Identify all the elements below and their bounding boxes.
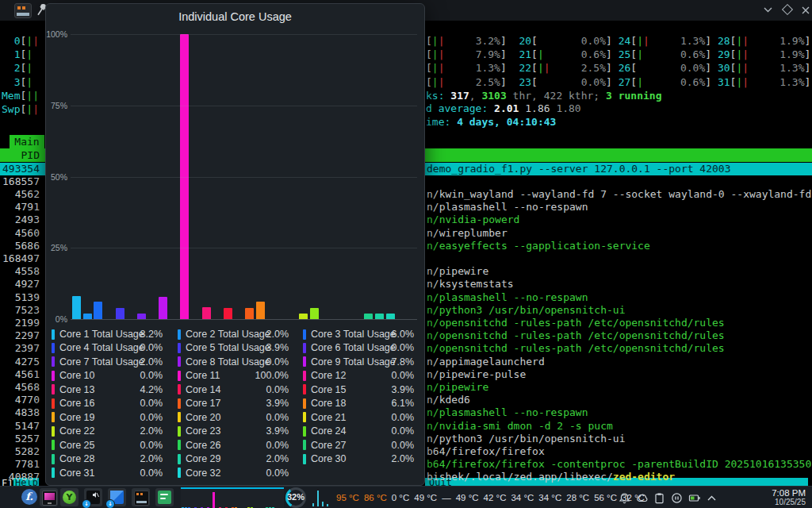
process-command[interactable]: n/easyeffects --gapplication-service xyxy=(427,240,650,252)
legend-color-chip xyxy=(303,440,306,450)
app-launcher-fedora-icon[interactable]: f. xyxy=(21,489,37,505)
process-pid[interactable]: 2397 xyxy=(0,342,40,355)
process-command[interactable]: n/opensnitchd -rules-path /etc/opensnitc… xyxy=(427,329,725,342)
diamond-icon[interactable] xyxy=(782,4,793,15)
process-command[interactable]: n/plasmashell --no-respawn xyxy=(427,291,588,304)
legend-color-chip xyxy=(52,356,55,367)
legend-value: 2.0% xyxy=(140,425,163,437)
taskbar-item-blue-app[interactable]: ↓ xyxy=(108,488,126,506)
legend-value: 3.9% xyxy=(266,397,289,410)
load-average-line: d average: 2.01 1.86 1.80 xyxy=(426,102,581,115)
process-command[interactable]: b64/firefox/firefox -contentproc -parent… xyxy=(427,458,812,471)
legend-value: 0.0% xyxy=(392,425,415,437)
process-pid[interactable]: 2199 xyxy=(0,317,40,329)
legend-entry: Core 190.0% xyxy=(52,411,163,424)
process-command[interactable]: n/plasmashell --no-respawn xyxy=(427,406,588,419)
process-command[interactable]: n/pipewire xyxy=(427,381,488,394)
chart-gridline xyxy=(71,319,417,320)
muted-speaker-icon xyxy=(92,491,99,498)
chevron-down-icon[interactable] xyxy=(764,7,772,13)
taskbar-item-terminal[interactable] xyxy=(132,488,150,506)
process-pid[interactable]: 2493 xyxy=(0,214,40,226)
process-pid[interactable]: 5686 xyxy=(0,240,40,252)
process-pid[interactable]: 5282 xyxy=(0,445,40,458)
process-pid[interactable]: 4560 xyxy=(0,227,40,240)
legend-value: 8.2% xyxy=(140,328,163,341)
clipboard-icon[interactable] xyxy=(653,492,665,504)
cpu-gauge[interactable]: 32% xyxy=(285,487,306,508)
process-pid[interactable]: 4770 xyxy=(0,394,40,406)
process-pid[interactable]: 40887 xyxy=(0,471,40,483)
close-icon[interactable] xyxy=(802,6,810,14)
legend-value: 0.0% xyxy=(392,439,415,452)
process-pid[interactable]: 168497 xyxy=(0,252,40,265)
legend-color-chip xyxy=(52,371,55,381)
process-command[interactable]: n/nvidia-powerd xyxy=(427,214,519,226)
process-pid[interactable]: 4791 xyxy=(0,201,40,214)
legend-label: Core 1 Total Usage xyxy=(59,328,144,341)
legend-color-chip xyxy=(178,398,181,409)
process-pid[interactable]: 5257 xyxy=(0,433,40,445)
process-command[interactable]: n/python3 /usr/bin/opensnitch-ui xyxy=(427,433,625,445)
process-pid[interactable]: 4927 xyxy=(0,278,40,291)
process-pid[interactable]: 4562 xyxy=(0,188,40,201)
taskbar-item-recorder-muted[interactable]: ↓ xyxy=(84,488,102,506)
process-command[interactable]: n/plasmashell --no-respawn xyxy=(427,201,588,214)
process-pid[interactable]: 4568 xyxy=(0,381,40,394)
process-pid[interactable]: 4275 xyxy=(0,356,40,368)
process-command[interactable]: n/kded6 xyxy=(427,394,470,406)
taskbar-item-greenwithenvy[interactable]: Y xyxy=(60,488,79,506)
legend-label: Core 3 Total Usage xyxy=(311,328,396,341)
legend-color-chip xyxy=(303,343,306,353)
cloud-icon[interactable] xyxy=(636,492,648,504)
legend-entry: Core 120.0% xyxy=(303,369,414,382)
process-pid[interactable]: 4561 xyxy=(0,368,40,381)
legend-value: 0.0% xyxy=(140,341,163,354)
cpu-meter-left: 3[| xyxy=(2,76,33,89)
clock[interactable]: 7:08 PM 10/25/25 xyxy=(772,488,806,507)
taskbar-item-system-monitor[interactable] xyxy=(40,488,58,506)
process-pid[interactable]: 2297 xyxy=(0,329,40,342)
legend-entry: Core 153.9% xyxy=(303,383,414,396)
pause-icon[interactable] xyxy=(671,492,683,504)
bell-icon[interactable] xyxy=(619,492,630,504)
caret-up-icon[interactable] xyxy=(707,495,717,502)
process-pid[interactable]: 4558 xyxy=(0,265,40,278)
htop-tab-main[interactable]: Main xyxy=(10,135,44,148)
battery-icon[interactable] xyxy=(688,492,701,504)
process-pid[interactable]: 5139 xyxy=(0,291,40,304)
cpu-meter-left: 1[| xyxy=(2,48,33,61)
process-command[interactable]: n/kwin_wayland --wayland-fd 7 --socket w… xyxy=(427,188,812,201)
process-command[interactable]: n/ksystemstats xyxy=(427,278,514,291)
core-usage-window[interactable]: Individual Core Usage Core 1 Total Usage… xyxy=(45,3,425,486)
legend-entry: Core 310.0% xyxy=(52,467,163,479)
process-command[interactable]: bishek/.local/zed.app/libexec/zed-editor xyxy=(427,471,675,483)
process-command[interactable]: n/wireplumber xyxy=(427,227,508,240)
process-command[interactable]: b64/firefox/firefox xyxy=(427,445,545,458)
process-command[interactable]: n/pipewire-pulse xyxy=(427,368,526,381)
terminal-icon[interactable] xyxy=(14,3,32,18)
process-pid[interactable]: 4838 xyxy=(0,406,40,419)
legend-value: 0.0% xyxy=(140,411,163,424)
process-pid[interactable]: 168557 xyxy=(0,175,40,188)
note-line-icon xyxy=(160,494,168,495)
taskbar-item-keynote[interactable] xyxy=(155,488,174,506)
process-command[interactable]: n/appimagelauncherd xyxy=(427,356,545,368)
temp-sensor: 95 °C xyxy=(336,493,359,502)
process-command[interactable]: n/pipewire xyxy=(427,265,488,278)
process-command[interactable]: n/opensnitchd -rules-path /etc/opensnitc… xyxy=(427,317,725,329)
legend-label: Core 28 xyxy=(59,452,94,465)
legend-value: 4.2% xyxy=(140,383,163,396)
temp-sensor: 86 °C xyxy=(364,493,387,502)
legend-entry: Core 186.1% xyxy=(303,397,414,410)
process-command[interactable]: n/python3 /usr/bin/opensnitch-ui xyxy=(427,304,625,317)
process-pid[interactable]: 5147 xyxy=(0,420,40,433)
selected-process-pid: 493354 xyxy=(0,163,40,175)
process-command[interactable]: n/nvidia-smi dmon -d 2 -s pucm xyxy=(427,420,613,433)
legend-color-chip xyxy=(52,384,55,394)
pid-column-header[interactable]: PID xyxy=(0,148,40,162)
process-pid[interactable]: 7523 xyxy=(0,304,40,317)
process-command[interactable]: n/opensnitchd -rules-path /etc/opensnitc… xyxy=(427,342,725,355)
mini-core-usage-widget[interactable] xyxy=(181,487,284,508)
process-pid[interactable]: 7781 xyxy=(0,458,40,471)
